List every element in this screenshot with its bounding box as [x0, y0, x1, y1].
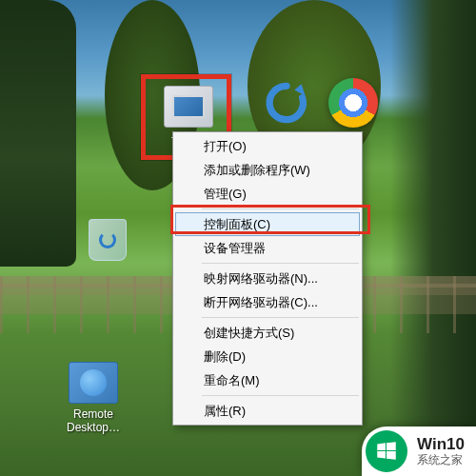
watermark-subtitle: 系统之家	[417, 454, 465, 466]
context-menu: 打开(O) 添加或删除程序(W) 管理(G) 控制面板(C) 设备管理器 映射网…	[172, 131, 363, 426]
menu-disconnect-network-drive[interactable]: 断开网络驱动器(C)...	[175, 290, 360, 314]
desktop-icon-remote-desktop[interactable]: Remote Desktop…	[57, 362, 129, 434]
menu-separator	[202, 208, 359, 209]
desktop-icon-recycle-bin[interactable]	[71, 219, 144, 261]
remote-desktop-icon	[69, 362, 118, 404]
menu-properties[interactable]: 属性(R)	[175, 399, 360, 423]
computer-icon	[164, 86, 213, 128]
watermark-title: Win10	[417, 436, 465, 454]
menu-separator	[202, 317, 359, 318]
watermark-badge: Win10 系统之家	[362, 426, 476, 476]
menu-separator	[202, 263, 359, 264]
menu-device-manager[interactable]: 设备管理器	[175, 236, 360, 260]
menu-add-remove-programs[interactable]: 添加或删除程序(W)	[175, 158, 360, 182]
menu-map-network-drive[interactable]: 映射网络驱动器(N)...	[175, 267, 360, 290]
menu-open[interactable]: 打开(O)	[175, 134, 360, 158]
menu-rename[interactable]: 重命名(M)	[175, 368, 360, 392]
windows-logo-icon	[366, 430, 407, 472]
desktop-icon-label: Remote Desktop…	[57, 407, 129, 434]
menu-create-shortcut[interactable]: 创建快捷方式(S)	[175, 321, 360, 345]
chrome-icon[interactable]	[328, 78, 378, 128]
refresh-icon[interactable]	[262, 78, 311, 128]
menu-manage[interactable]: 管理(G)	[175, 182, 360, 206]
menu-delete[interactable]: 删除(D)	[175, 345, 360, 368]
menu-control-panel[interactable]: 控制面板(C)	[175, 212, 360, 236]
menu-separator	[202, 395, 359, 396]
recycle-bin-icon	[89, 219, 127, 261]
